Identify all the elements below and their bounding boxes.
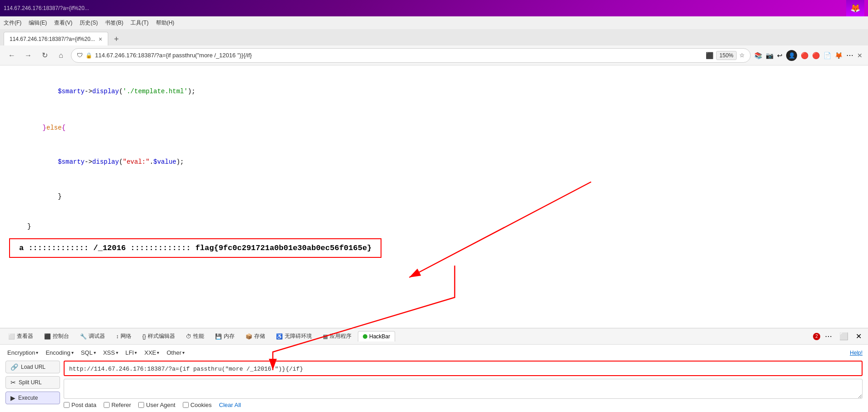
lfi-menu[interactable]: LFI ▾ bbox=[124, 348, 139, 357]
code-line-2: }else{ bbox=[27, 111, 841, 146]
menu-file[interactable]: 文件(F) bbox=[4, 19, 21, 27]
style-icon: {} bbox=[142, 333, 146, 340]
addon-icon-1[interactable]: 🔴 bbox=[801, 52, 808, 59]
code-line-4: } bbox=[27, 180, 841, 214]
network-icon: ↕ bbox=[116, 333, 119, 340]
tab-network[interactable]: ↕ 网络 bbox=[111, 331, 136, 342]
split-url-button[interactable]: ✂ Split URL bbox=[5, 376, 60, 389]
browser-logo: 🦊 bbox=[846, 0, 864, 16]
other-dropdown-icon: ▾ bbox=[182, 350, 185, 355]
other-menu[interactable]: Other ▾ bbox=[165, 348, 186, 357]
tab-application[interactable]: ▦ 应用程序 bbox=[318, 331, 356, 342]
url-input[interactable] bbox=[69, 366, 857, 372]
code-line-3: $smarty->display("eval:".$value); bbox=[27, 145, 841, 180]
menu-view[interactable]: 查看(V) bbox=[54, 19, 72, 27]
lock-icon: 🔒 bbox=[85, 52, 92, 59]
accessibility-icon: ♿ bbox=[276, 333, 283, 340]
tab-storage[interactable]: 📦 存储 bbox=[241, 331, 270, 342]
screenshot-icon[interactable]: 📷 bbox=[766, 52, 773, 59]
avatar[interactable]: 👤 bbox=[786, 50, 797, 61]
console-icon: ⬛ bbox=[44, 333, 51, 340]
tab-console[interactable]: ⬛ 控制台 bbox=[40, 331, 74, 342]
memory-icon: 💾 bbox=[215, 333, 222, 340]
cookies-checkbox-label[interactable]: Cookies bbox=[183, 402, 212, 408]
shield-icon: 🛡 bbox=[77, 52, 83, 59]
tab-title: 114.67.246.176:18387/?a={if%20... bbox=[10, 36, 95, 42]
inspector-icon: ⬜ bbox=[8, 333, 15, 340]
tab-debugger[interactable]: 🔧 调试器 bbox=[75, 331, 110, 342]
load-url-icon: 🔗 bbox=[10, 363, 18, 371]
sql-menu[interactable]: SQL ▾ bbox=[79, 348, 98, 357]
back-history-icon[interactable]: ↩ bbox=[777, 52, 783, 59]
address-bar[interactable]: 🛡 🔒 114.67.246.176:18387/?a={if passthru… bbox=[71, 48, 751, 63]
close-tab-icon[interactable]: × bbox=[99, 35, 102, 43]
clear-all-link[interactable]: Clear All bbox=[219, 402, 241, 408]
referer-checkbox-label[interactable]: Referer bbox=[104, 402, 131, 408]
application-icon: ▦ bbox=[323, 333, 328, 340]
url-input-container[interactable] bbox=[64, 361, 863, 376]
help-link[interactable]: Help! bbox=[850, 350, 863, 356]
performance-icon: ⏱ bbox=[186, 333, 191, 340]
checkbox-row: Post data Referer User Agent Cookies C bbox=[64, 402, 863, 408]
encryption-menu[interactable]: Encryption ▾ bbox=[5, 348, 40, 357]
split-url-icon: ✂ bbox=[10, 379, 16, 386]
menu-help[interactable]: 帮助(H) bbox=[156, 19, 175, 27]
qr-icon[interactable]: ⬛ bbox=[706, 52, 713, 59]
close-browser-icon[interactable]: ✕ bbox=[857, 52, 863, 59]
flag-box: a ::::::::::::: /_12016 ::::::::::::: fl… bbox=[9, 238, 381, 258]
execute-label: Execute bbox=[18, 395, 38, 401]
menu-edit[interactable]: 编辑(E) bbox=[29, 19, 47, 27]
error-badge: 2 bbox=[813, 333, 820, 340]
refresh-button[interactable]: ↻ bbox=[38, 49, 51, 62]
tab-inspector[interactable]: ⬜ 查看器 bbox=[4, 331, 38, 342]
hackbar-dot bbox=[363, 334, 367, 339]
encoding-menu[interactable]: Encoding ▾ bbox=[44, 348, 75, 357]
flag-container: a ::::::::::::: /_12016 ::::::::::::: fl… bbox=[9, 238, 859, 258]
load-url-button[interactable]: 🔗 Load URL bbox=[5, 361, 60, 373]
code-display: $smarty->display('./template.html'); }el… bbox=[0, 65, 868, 238]
new-tab-button[interactable]: + bbox=[110, 33, 123, 45]
post-data-checkbox[interactable] bbox=[64, 402, 70, 408]
devtools-resize-icon[interactable]: ⬜ bbox=[837, 332, 851, 341]
url-text: 114.67.246.176:18387/?a={if passthru("mo… bbox=[95, 52, 252, 59]
xxe-menu[interactable]: XXE ▾ bbox=[142, 348, 161, 357]
tab-accessibility[interactable]: ♿ 无障碍环境 bbox=[271, 331, 316, 342]
code-line-1: $smarty->display('./template.html'); bbox=[27, 75, 841, 109]
overflow-menu[interactable]: ⋯ bbox=[846, 51, 853, 60]
back-button[interactable]: ← bbox=[5, 49, 18, 62]
addon-icon-2[interactable]: 🔴 bbox=[812, 52, 820, 59]
menu-tools[interactable]: 工具(T) bbox=[130, 19, 148, 27]
home-button[interactable]: ⌂ bbox=[55, 49, 67, 62]
lfi-dropdown-icon: ▾ bbox=[135, 350, 137, 355]
tab-hackbar[interactable]: HackBar bbox=[358, 331, 395, 342]
active-tab[interactable]: 114.67.246.176:18387/?a={if%20... × bbox=[4, 32, 108, 45]
tab-performance[interactable]: ⏱ 性能 bbox=[181, 331, 209, 342]
post-data-textarea[interactable] bbox=[64, 379, 863, 399]
xxe-dropdown-icon: ▾ bbox=[157, 350, 159, 355]
devtools-close-icon[interactable]: ✕ bbox=[853, 332, 864, 341]
code-line-5: } bbox=[27, 221, 841, 232]
hackbar-content: Encryption ▾ Encoding ▾ SQL ▾ XSS ▾ LFI … bbox=[0, 345, 868, 412]
addon-icon-4[interactable]: 🦊 bbox=[835, 52, 843, 59]
user-agent-checkbox[interactable] bbox=[138, 402, 144, 408]
referer-checkbox[interactable] bbox=[104, 402, 110, 408]
devtools-more-icon[interactable]: ⋯ bbox=[822, 332, 835, 341]
menu-history[interactable]: 历史(S) bbox=[80, 19, 98, 27]
star-icon[interactable]: ☆ bbox=[739, 52, 745, 59]
flag-text: a ::::::::::::: /_12016 ::::::::::::: fl… bbox=[19, 244, 371, 252]
hackbar-body: 🔗 Load URL ✂ Split URL ▶ Execute bbox=[5, 361, 863, 408]
cookies-checkbox[interactable] bbox=[183, 402, 189, 408]
execute-button[interactable]: ▶ Execute bbox=[5, 392, 60, 404]
bookmark-icon[interactable]: 📚 bbox=[754, 52, 762, 59]
titlebar-text: 114.67.246.176:18387/?a={if%20... bbox=[4, 5, 89, 11]
hackbar-sidebar: 🔗 Load URL ✂ Split URL ▶ Execute bbox=[5, 361, 60, 408]
tab-memory[interactable]: 💾 内存 bbox=[211, 331, 239, 342]
menu-bookmarks[interactable]: 书签(B) bbox=[105, 19, 123, 27]
xss-menu[interactable]: XSS ▾ bbox=[101, 348, 120, 357]
addon-icon-3[interactable]: 📄 bbox=[823, 52, 831, 59]
forward-button[interactable]: → bbox=[22, 49, 35, 62]
user-agent-checkbox-label[interactable]: User Agent bbox=[138, 402, 175, 408]
sql-dropdown-icon: ▾ bbox=[94, 350, 96, 355]
post-data-checkbox-label[interactable]: Post data bbox=[64, 402, 96, 408]
tab-style-editor[interactable]: {} 样式编辑器 bbox=[138, 331, 180, 342]
